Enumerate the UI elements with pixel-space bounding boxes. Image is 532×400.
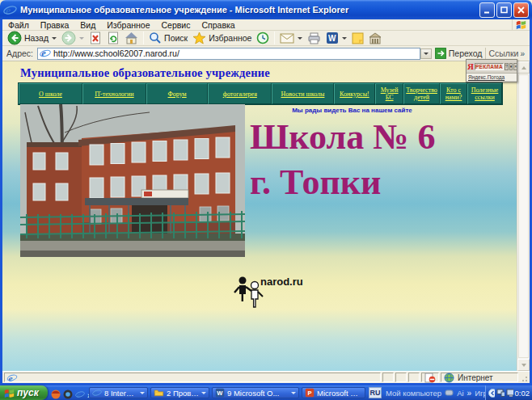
windows-flag-icon <box>4 388 15 398</box>
print-button[interactable] <box>305 31 323 46</box>
menu-edit[interactable]: Правка <box>35 20 74 30</box>
yandex-logo-icon: Я <box>467 62 474 71</box>
display-tray-icon[interactable] <box>506 389 513 398</box>
mail-icon <box>280 32 294 44</box>
resize-grip[interactable] <box>520 373 528 382</box>
narod-logo-text: narod.ru <box>260 276 303 288</box>
yandex-ad-banner[interactable]: Я РЕКЛАМА Яндекс.Погода <box>466 59 517 82</box>
browser-viewport: Муниципальное образовательное учреждение… <box>2 61 530 371</box>
back-button[interactable]: Назад <box>5 31 59 46</box>
ad-banner-label: РЕКЛАМА <box>475 63 504 70</box>
notes-icon <box>352 32 364 44</box>
nav-useful-links[interactable]: Полезные ссылки <box>467 83 502 104</box>
window-body: Файл Правка Вид Избранное Сервис Справка… <box>0 19 532 385</box>
go-arrow-icon <box>435 48 446 59</box>
nav-museum[interactable]: Музей БС <box>375 83 403 104</box>
quick-launch-browser-icon[interactable] <box>51 389 61 399</box>
menu-favorites[interactable]: Избранное <box>101 20 155 30</box>
print-icon <box>307 32 321 44</box>
taskbar-clock[interactable]: 0:02 <box>515 389 530 398</box>
star-icon <box>192 32 206 44</box>
close-button[interactable] <box>513 2 529 18</box>
taskbar-button-internet-explorer[interactable]: 8 Internet Ex... <box>89 387 148 398</box>
ad-dropdown-button[interactable] <box>509 63 513 70</box>
nav-children-creativity[interactable]: Творчество детей <box>403 83 440 104</box>
go-label: Переход <box>449 48 483 58</box>
links-button[interactable]: Ссылки <box>485 48 527 60</box>
ad-help-button[interactable] <box>505 63 509 70</box>
system-tray: 0:02 <box>485 385 532 400</box>
language-indicator[interactable]: RU <box>369 387 382 398</box>
quick-launch <box>51 387 92 400</box>
maximize-button[interactable] <box>496 2 512 18</box>
school-title-line2: г. Топки <box>250 160 435 205</box>
messenger-button[interactable] <box>366 31 384 46</box>
favorites-button[interactable]: Избранное <box>190 31 254 46</box>
building-icon <box>369 32 382 44</box>
go-button[interactable]: Переход <box>432 48 486 59</box>
nav-photo-gallery[interactable]: фотогалерея <box>208 83 272 104</box>
search-icon <box>149 32 162 44</box>
nav-contests[interactable]: Конкурсы! <box>334 83 375 104</box>
nav-about-school[interactable]: О школе <box>19 83 82 104</box>
deskband-chevron-icon[interactable] <box>467 389 472 398</box>
narod-ru-logo[interactable]: narod.ru <box>231 274 309 311</box>
word-icon <box>326 32 339 44</box>
address-dropdown-button[interactable] <box>420 48 432 59</box>
minimize-button[interactable] <box>479 2 495 18</box>
home-button[interactable] <box>122 31 141 46</box>
address-input[interactable]: http://www.school62007.narod.ru/ <box>37 48 420 60</box>
status-main-panel <box>4 373 381 382</box>
hide-icons-chevron-icon[interactable] <box>488 389 495 398</box>
edit-with-word-button[interactable] <box>323 31 349 46</box>
forward-button[interactable] <box>59 31 87 46</box>
favorites-label: Избранное <box>209 33 251 43</box>
standard-buttons-toolbar: Назад Поиск Избранное <box>2 31 530 46</box>
nav-school-news[interactable]: Новости школы <box>272 83 333 104</box>
scroll-thumb[interactable] <box>518 74 529 358</box>
status-blocked-indicator <box>421 373 439 382</box>
deskband-my-computer[interactable]: Мой компьютер <box>386 389 441 398</box>
address-bar: Адрес: http://www.school62007.narod.ru/ … <box>2 46 530 61</box>
word-icon <box>215 388 225 398</box>
home-icon <box>125 32 138 44</box>
deskband-shortcut[interactable]: Аi <box>457 389 463 398</box>
refresh-button[interactable] <box>104 31 122 46</box>
search-button[interactable]: Поиск <box>146 31 190 46</box>
back-icon <box>7 31 22 45</box>
start-label: пуск <box>17 387 39 398</box>
scroll-down-button[interactable] <box>517 359 530 371</box>
mail-button[interactable] <box>277 31 305 46</box>
notes-button[interactable] <box>349 31 366 46</box>
deskband-shortcut-icon[interactable] <box>445 389 454 397</box>
stop-button[interactable] <box>87 31 104 46</box>
taskbar-button-explorer[interactable]: 2 Проводник <box>150 387 209 398</box>
nav-who-with-us[interactable]: Кто с нами? <box>440 83 467 104</box>
history-button[interactable] <box>254 31 272 46</box>
desktop-deskband: Мой компьютер Аi Игры <box>386 385 493 400</box>
quick-launch-media-icon[interactable] <box>63 389 73 399</box>
address-label: Адрес: <box>6 48 33 58</box>
search-label: Поиск <box>164 33 188 43</box>
taskbar-button-powerpoint[interactable]: Microsoft Pow... <box>302 387 365 398</box>
nav-it-technologies[interactable]: IT-технологии <box>82 83 146 104</box>
network-tray-icon[interactable] <box>496 389 505 398</box>
start-button[interactable]: пуск <box>0 385 48 400</box>
scroll-up-button[interactable] <box>517 61 530 74</box>
menu-view[interactable]: Вид <box>74 20 101 30</box>
status-cell-1 <box>382 373 394 382</box>
menu-file[interactable]: Файл <box>2 20 35 30</box>
menu-help[interactable]: Справка <box>196 20 240 30</box>
quick-launch-ie-icon[interactable] <box>75 389 85 399</box>
welcome-text: Мы рады видеть Вас на нашем сайте <box>265 107 439 114</box>
menu-tools[interactable]: Сервис <box>156 20 196 30</box>
taskbar: пуск 8 Internet Ex... 2 Проводник 9 Micr… <box>0 385 532 400</box>
taskbar-button-word[interactable]: 9 Microsoft O... <box>212 387 299 398</box>
ad-weather-link[interactable]: Яндекс.Погода <box>468 74 505 80</box>
blocked-icon <box>424 373 436 383</box>
page-ie-icon <box>40 48 51 59</box>
vertical-scrollbar[interactable] <box>517 61 530 371</box>
nav-forum[interactable]: Форум <box>146 83 208 104</box>
ad-close-button[interactable] <box>513 63 517 70</box>
title-bar[interactable]: Муниципальное образовательное учреждение… <box>0 0 532 19</box>
